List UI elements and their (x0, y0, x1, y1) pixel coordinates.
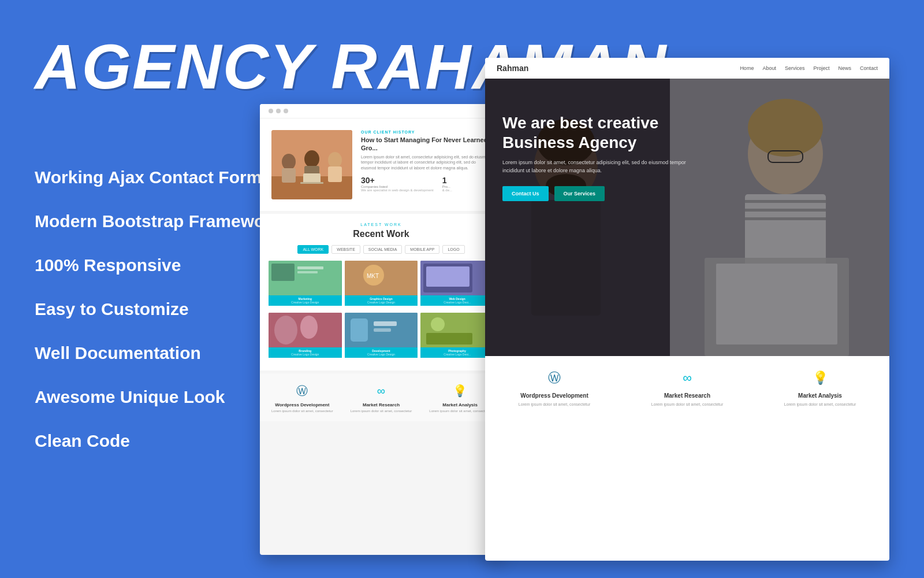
feature-7: Clean Code (35, 431, 281, 451)
portfolio-grid: Marketing Creative Logo Design MKT Graph… (269, 261, 494, 362)
service-title-2: Market Research (348, 402, 415, 407)
filter-tab-mobile[interactable]: MOBILE APP (405, 245, 439, 254)
portfolio-bg-4 (269, 313, 342, 347)
client-history-label: OUR CLIENT HISTORY (361, 130, 491, 134)
service-desc-1: Lorem ipsum dolor sit amet, consectetur (269, 409, 336, 413)
svg-rect-25 (374, 321, 397, 326)
svg-rect-9 (300, 182, 323, 184)
portfolio-bg-1 (269, 261, 342, 295)
svg-rect-26 (374, 328, 391, 332)
svg-point-28 (431, 317, 445, 331)
nav-project[interactable]: Project (813, 65, 829, 71)
portfolio-item-2: MKT Graphics Design Creative Logo Design (345, 261, 418, 310)
portfolio-bg-2: MKT (345, 261, 418, 295)
nav-news[interactable]: News (838, 65, 851, 71)
svg-rect-11 (271, 264, 295, 281)
feature-2: Modern Bootstrap Framework (35, 212, 281, 231)
svg-point-6 (328, 152, 342, 168)
screenshot-left: OUR CLIENT HISTORY How to Start Managing… (260, 104, 502, 555)
portfolio-title-5: Creative Logo Design (348, 353, 415, 356)
feature-6: Awesome Unique Look (35, 387, 281, 407)
portfolio-item-1: Marketing Creative Logo Design (269, 261, 342, 310)
hero-section: We are best creative Business Agency Lor… (485, 79, 889, 356)
right-market-icon: ∞ (677, 368, 698, 388)
nav-services[interactable]: Services (785, 65, 805, 71)
portfolio-item-6: Photography Creative Logo Desi... (420, 313, 494, 362)
right-service-3: 💡 Market Analysis Lorem ipsum dolor sit … (762, 368, 878, 407)
portfolio-bg-5 (345, 313, 418, 347)
market-icon: ∞ (372, 382, 390, 399)
stat-2-number: 1 (442, 176, 452, 185)
right-service-title-1: Wordpress Development (497, 392, 612, 399)
svg-rect-13 (297, 271, 318, 273)
portfolio-item-4: Branding Creative Logo Design (269, 313, 342, 362)
portfolio-title-4: Creative Logo Design (271, 353, 339, 356)
feature-5: Well Documentation (35, 343, 281, 363)
svg-rect-12 (297, 266, 323, 269)
svg-point-2 (282, 154, 296, 170)
client-desc: Lorem ipsum dolor sit amet, consectetur … (361, 154, 491, 171)
feature-4: Easy to Customize (35, 299, 281, 319)
portfolio-caption-2: Graphics Design Creative Logo Design (345, 295, 418, 306)
portfolio-bg-3 (420, 261, 494, 295)
service-desc-2: Lorem ipsum dolor sit amet, consectetur (348, 409, 415, 413)
portfolio-caption-5: Development Creative Logo Design (345, 347, 418, 358)
service-item-2: ∞ Market Research Lorem ipsum dolor sit … (348, 382, 415, 413)
svg-rect-7 (328, 166, 342, 182)
portfolio-img-2: MKT (345, 261, 418, 295)
hero-description: Lorem ipsum dolor sit amet, consectetur … (502, 159, 687, 175)
nav-home[interactable]: Home (740, 65, 754, 71)
right-service-desc-3: Lorem ipsum dolor sit amet, consectetur (762, 402, 878, 407)
nav-dot-3 (284, 109, 288, 113)
nav-links: Home About Services Project News Contact (740, 65, 878, 71)
portfolio-img-3 (420, 261, 494, 295)
features-list: Working Ajax Contact Form Modern Bootstr… (35, 168, 281, 475)
right-service-title-2: Market Research (629, 392, 745, 399)
stat-1: 30+ Companies listed We are specialist i… (361, 176, 434, 192)
portfolio-img-4 (269, 313, 342, 347)
stat-2-desc: & de... (442, 188, 452, 192)
portfolio-caption-6: Photography Creative Logo Desi... (420, 347, 494, 358)
filter-tab-logo[interactable]: LOGO (442, 245, 464, 254)
portfolio-title-2: Creative Logo Design (348, 301, 415, 304)
right-service-2: ∞ Market Research Lorem ipsum dolor sit … (629, 368, 745, 407)
screenshot-right: Rahman Home About Services Project News … (485, 58, 889, 561)
nav-dot-1 (269, 109, 273, 113)
wordpress-icon: Ⓦ (293, 382, 311, 399)
portfolio-caption-4: Branding Creative Logo Design (269, 347, 342, 358)
right-bottom-services: Ⓦ Wordpress Development Lorem ipsum dolo… (485, 356, 889, 419)
portfolio-title-6: Creative Logo Desi... (423, 353, 491, 356)
right-navbar: Rahman Home About Services Project News … (485, 58, 889, 79)
nav-dot-2 (276, 109, 281, 113)
portfolio-caption-3: Web Design Creative Logo Desi... (420, 295, 494, 306)
feature-1: Working Ajax Contact Form (35, 168, 281, 187)
svg-point-4 (304, 150, 319, 168)
services-section: Ⓦ Wordpress Development Lorem ipsum dolo… (260, 373, 502, 421)
client-stats: 30+ Companies listed We are specialist i… (361, 176, 491, 192)
filter-tab-social[interactable]: SOCIAL MEDIA (363, 245, 403, 254)
right-service-desc-2: Lorem ipsum dolor sit amet, consectetur (629, 402, 745, 407)
service-desc-3: Lorem ipsum dolor sit amet, consectetur (426, 409, 494, 413)
client-text-area: OUR CLIENT HISTORY How to Start Managing… (361, 130, 491, 199)
right-service-title-3: Market Analysis (762, 392, 878, 399)
right-service-desc-1: Lorem ipsum dolor sit amet, consectetur (497, 402, 612, 407)
nav-about[interactable]: About (762, 65, 776, 71)
service-item-1: Ⓦ Wordpress Development Lorem ipsum dolo… (269, 382, 336, 413)
filter-tab-website[interactable]: WEBSITE (331, 245, 360, 254)
portfolio-item-5: Development Creative Logo Design (345, 313, 418, 362)
recent-work-section: LATEST WORK Recent Work ALL WORK WEBSITE… (260, 214, 502, 370)
left-nav-bar (260, 104, 502, 118)
portfolio-title-1: Creative Logo Design (271, 301, 339, 304)
portfolio-bg-6 (420, 313, 494, 347)
latest-work-label: LATEST WORK (269, 223, 494, 227)
filter-tab-all[interactable]: ALL WORK (297, 245, 329, 254)
nav-contact[interactable]: Contact (860, 65, 878, 71)
our-services-button[interactable]: Our Services (554, 186, 605, 201)
service-item-3: 💡 Market Analysis Lorem ipsum dolor sit … (426, 382, 494, 413)
recent-work-title: Recent Work (269, 229, 494, 239)
contact-us-button[interactable]: Contact Us (502, 186, 549, 201)
hero-title: We are best creative Business Agency (502, 113, 687, 152)
portfolio-img-5 (345, 313, 418, 347)
stat-1-number: 30+ (361, 176, 434, 185)
svg-point-21 (274, 316, 297, 344)
